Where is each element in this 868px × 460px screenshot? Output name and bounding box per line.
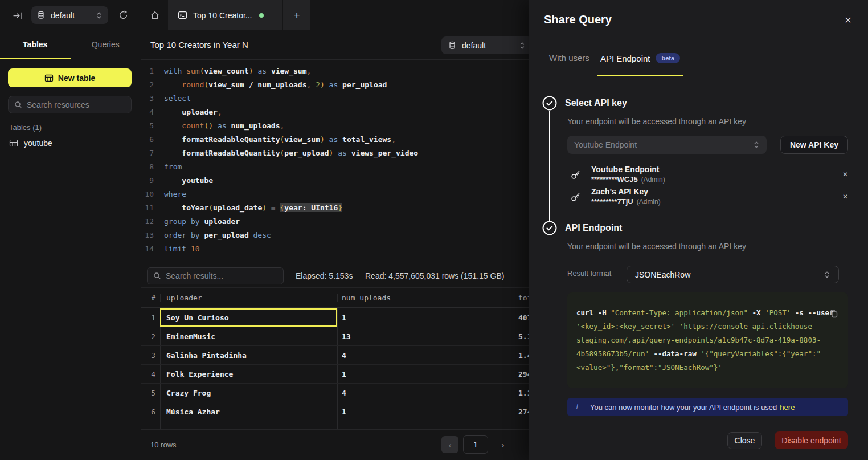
close-button[interactable]: Close	[727, 432, 762, 449]
line-number: 4	[141, 105, 154, 119]
tab-with-users[interactable]: With users	[549, 53, 589, 63]
copy-curl-button[interactable]	[828, 307, 840, 320]
remove-api-key-button[interactable]: ✕	[842, 193, 848, 201]
api-key-name: Zach's API Key	[591, 186, 661, 197]
api-key-select[interactable]: Youtube Endpoint	[567, 136, 767, 154]
step-2-title: API Endpoint	[565, 223, 622, 233]
cell-num-uploads[interactable]: 1	[337, 365, 514, 383]
page-number[interactable]: 1	[463, 435, 488, 454]
curl-line: '<key_id>:<key_secret>' 'https://console…	[576, 320, 839, 333]
table-name: youtube	[24, 139, 52, 148]
column-header-num-uploads[interactable]: num_uploads	[337, 294, 514, 302]
cell-num-uploads[interactable]: 1	[337, 308, 514, 327]
api-key-select-value: Youtube Endpoint	[574, 140, 637, 149]
cell-uploader[interactable]: Crazy Frog	[160, 384, 337, 402]
table-grid-icon	[9, 139, 18, 148]
home-button[interactable]	[141, 0, 169, 30]
api-key-item: Zach's API Key*********7TjU(Admin)✕	[570, 185, 848, 207]
api-key-masked: *********7TjU(Admin)	[591, 197, 661, 207]
tab-api-endpoint[interactable]: API Endpoint beta	[597, 50, 683, 67]
sql-line: 3select	[141, 92, 418, 105]
api-key-masked: *********WCJ5(Admin)	[591, 174, 665, 185]
curl-code: curl -H "Content-Type: application/json"…	[576, 306, 839, 374]
cell-num-uploads[interactable]: 4	[337, 384, 514, 402]
line-number: 5	[141, 119, 154, 133]
tab-api-endpoint-label: API Endpoint	[600, 54, 650, 63]
result-format-value: JSONEachRow	[635, 270, 690, 279]
search-resources-placeholder: Search resources	[27, 100, 89, 109]
sidebar-tabs: Tables Queries	[0, 30, 141, 59]
database-icon	[448, 41, 456, 50]
next-page-button[interactable]: ›	[494, 436, 511, 453]
cell-uploader[interactable]: EminemMusic	[160, 327, 337, 345]
home-icon	[150, 10, 160, 21]
sidebar-tab-queries[interactable]: Queries	[71, 30, 141, 59]
step-2-subtitle: Your endpoint will be accessed through a…	[567, 242, 746, 251]
line-number: 7	[141, 146, 154, 160]
database-icon	[37, 11, 45, 19]
tab-title: Top 10 Creator...	[193, 11, 252, 20]
chevron-updown-icon	[824, 271, 830, 279]
new-tab-button[interactable]: +	[283, 0, 310, 30]
sidebar: Tables Queries New table Search resource…	[0, 30, 141, 460]
tab-top-10-creators[interactable]: Top 10 Creator...	[169, 0, 283, 30]
line-number: 9	[141, 174, 154, 188]
cell-num-uploads[interactable]: 4	[337, 346, 514, 364]
line-number: 8	[141, 160, 154, 174]
sql-line-text: where	[164, 188, 186, 201]
cell-num-uploads[interactable]: 13	[337, 327, 514, 345]
collapse-sidebar-button[interactable]	[10, 9, 24, 22]
disable-endpoint-button[interactable]: Disable endpoint	[775, 431, 848, 449]
result-format-select[interactable]: JSONEachRow	[627, 266, 839, 283]
sql-line: 1with sum(view_count) as view_sum,	[141, 64, 418, 78]
new-api-key-button[interactable]: New API Key	[780, 136, 848, 154]
editor-database-select[interactable]: default	[441, 36, 533, 54]
topbar-database-value: default	[51, 11, 90, 20]
api-key-item: Youtube Endpoint*********WCJ5(Admin)✕	[570, 163, 848, 185]
topbar-database-select[interactable]: default	[31, 6, 108, 24]
sql-line: 11 toYear(upload_date) = {year: UInt16}	[141, 201, 418, 215]
chevron-updown-icon	[96, 11, 103, 19]
column-header-uploader[interactable]: uploader	[160, 294, 337, 302]
search-results-input[interactable]: Search results...	[147, 267, 284, 284]
step-2-check-icon	[542, 221, 557, 235]
result-format-label: Result format	[567, 269, 611, 278]
cell-uploader[interactable]: Soy Un Curioso	[160, 308, 337, 327]
sql-line-text: with sum(view_count) as view_sum,	[164, 64, 311, 78]
sql-code: 1with sum(view_count) as view_sum,2 roun…	[141, 64, 418, 256]
cell-uploader[interactable]: Folk Experience	[160, 365, 337, 383]
step-1-check-icon	[542, 96, 557, 111]
search-results-placeholder: Search results...	[166, 271, 223, 280]
search-resources-input[interactable]: Search resources	[8, 96, 132, 113]
line-number: 3	[141, 92, 154, 105]
line-number: 10	[141, 188, 154, 201]
close-panel-button[interactable]: ✕	[842, 14, 854, 26]
sql-line-text: round(view_sum / num_uploads, 2) as per_…	[164, 78, 387, 92]
refresh-button[interactable]	[116, 8, 130, 22]
cell-uploader[interactable]: Galinha Pintadinha	[160, 346, 337, 364]
sql-line: 4 uploader,	[141, 105, 418, 119]
row-count: 10 rows	[150, 441, 177, 449]
sql-editor[interactable]: 1with sum(view_count) as view_sum,2 roun…	[141, 64, 418, 256]
sidebar-tab-tables[interactable]: Tables	[0, 30, 71, 59]
cell-uploader[interactable]: Música Azhar	[160, 402, 337, 421]
monitor-here-link[interactable]: here	[780, 403, 795, 412]
panel-tabs: With users API Endpoint beta	[529, 39, 868, 76]
curl-line: 4b58958673b5/run' --data-raw '{"queryVar…	[576, 347, 839, 361]
sidebar-item-youtube[interactable]: youtube	[9, 135, 52, 151]
sql-line: 7 formatReadableQuantity(per_upload) as …	[141, 146, 418, 160]
cell-num-uploads[interactable]: 1	[337, 402, 514, 421]
panel-title: Share Query	[544, 13, 612, 26]
sql-line-text: limit 10	[164, 242, 200, 256]
stepper-line	[549, 111, 550, 221]
sql-line-text: formatReadableQuantity(view_sum) as tota…	[164, 133, 396, 146]
collapse-sidebar-icon	[13, 11, 22, 21]
previous-page-button[interactable]: ‹	[441, 436, 458, 453]
editor-database-value: default	[462, 41, 513, 50]
column-header-index[interactable]: #	[141, 294, 160, 302]
line-number: 13	[141, 229, 154, 242]
new-table-button[interactable]: New table	[8, 68, 132, 87]
curl-line: curl -H "Content-Type: application/json"…	[576, 306, 839, 320]
sql-line: 13order by per_upload desc	[141, 229, 418, 242]
remove-api-key-button[interactable]: ✕	[842, 170, 848, 178]
